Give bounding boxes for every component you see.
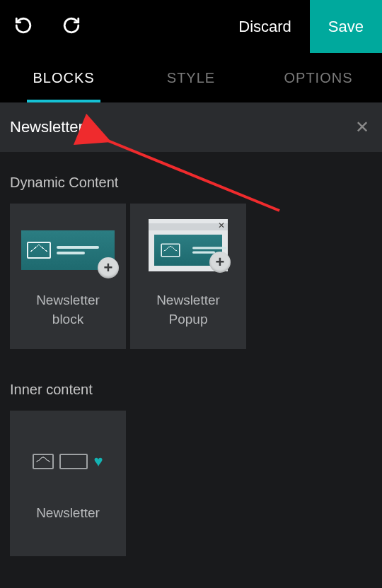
close-icon: ✕ <box>218 220 225 230</box>
tile-thumbnail: + <box>21 216 115 274</box>
tab-style[interactable]: STYLE <box>127 53 255 102</box>
input-box-icon <box>59 454 88 469</box>
save-button[interactable]: Save <box>310 0 382 53</box>
toolbar-actions: Discard Save <box>220 0 382 53</box>
section-title: Dynamic Content <box>10 175 372 191</box>
tab-label: OPTIONS <box>284 70 352 86</box>
history-controls <box>0 0 220 53</box>
block-tile-newsletter-popup[interactable]: ✕ + Newsletter Popup <box>130 204 246 349</box>
tile-label: Newsletter block <box>32 291 104 329</box>
undo-icon <box>14 16 33 37</box>
mail-icon <box>161 243 180 257</box>
clear-search-button[interactable]: ✕ <box>355 117 369 137</box>
add-icon: + <box>98 257 119 278</box>
redo-icon <box>62 16 81 37</box>
block-tile-newsletter-block[interactable]: + Newsletter block <box>10 204 126 349</box>
tile-thumbnail: ✕ + <box>141 216 235 274</box>
tab-label: STYLE <box>167 70 215 86</box>
mail-icon <box>33 454 54 469</box>
block-search-input[interactable] <box>10 118 355 136</box>
discard-button[interactable]: Discard <box>220 0 310 53</box>
top-toolbar: Discard Save <box>0 0 382 53</box>
undo-button[interactable] <box>11 15 35 39</box>
tile-thumbnail: ♥ <box>21 436 115 487</box>
section-title: Inner content <box>10 382 372 398</box>
tab-label: BLOCKS <box>33 70 94 86</box>
section-inner-content: Inner content ♥ Newsletter <box>10 382 372 556</box>
text-lines-icon <box>57 243 115 257</box>
redo-button[interactable] <box>59 15 83 39</box>
block-grid: ♥ Newsletter <box>10 411 372 556</box>
blocks-panel: Dynamic Content + Newsletter block ✕ <box>0 152 382 556</box>
heart-icon: ♥ <box>93 454 103 469</box>
block-tile-newsletter[interactable]: ♥ Newsletter <box>10 411 126 556</box>
block-search-row: ✕ <box>0 102 382 152</box>
panel-tabs: BLOCKS STYLE OPTIONS <box>0 53 382 102</box>
tab-options[interactable]: OPTIONS <box>255 53 382 102</box>
close-icon: ✕ <box>355 117 369 136</box>
block-grid: + Newsletter block ✕ + Newsle <box>10 204 372 349</box>
mail-icon <box>27 242 51 259</box>
add-icon: + <box>209 252 231 273</box>
tile-label: Newsletter <box>32 504 104 523</box>
section-dynamic-content: Dynamic Content + Newsletter block ✕ <box>10 175 372 349</box>
tile-label: Newsletter Popup <box>152 291 224 329</box>
tab-blocks[interactable]: BLOCKS <box>0 53 127 102</box>
